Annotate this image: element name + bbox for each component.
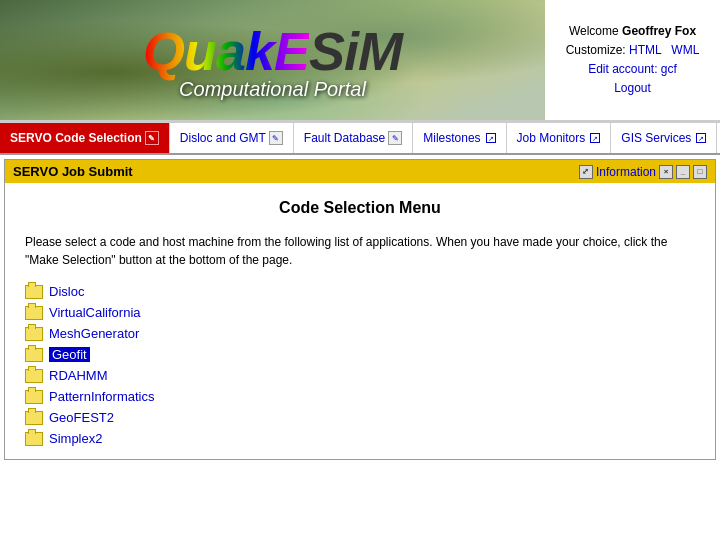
fault-icon: ✎ [388,131,402,145]
code-link-pattern-info[interactable]: PatternInformatics [49,389,155,404]
customize-line: Customize: HTML WML [560,41,705,60]
welcome-prefix: Welcome [569,24,622,38]
nav-label-gis-services: GIS Services [621,131,691,145]
close-icon[interactable]: × [659,165,673,179]
nav-label-disloc-gmt: Disloc and GMT [180,131,266,145]
code-link-mesh-gen[interactable]: MeshGenerator [49,326,139,341]
code-link-virtual-ca[interactable]: VirtualCalifornia [49,305,141,320]
list-item: Simplex2 [25,428,695,449]
ext-window-icon-milestones: ↗ [486,133,496,143]
folder-icon-pattern-info [25,390,43,404]
logout-line: Logout [560,79,705,98]
sidebar-item-gis-services[interactable]: GIS Services ↗ [611,123,717,153]
folder-icon-virtual-ca [25,306,43,320]
code-link-geofest2[interactable]: GeoFEST2 [49,410,114,425]
header: QuakE SiM Computational Portal Welcome G… [0,0,720,123]
pencil-icon: ✎ [145,131,159,145]
portal-text: Computational Portal [179,78,366,101]
menu-description: Please select a code and host machine fr… [25,233,695,269]
nav-label-job-monitors: Job Monitors [517,131,586,145]
content-body: Code Selection Menu Please select a code… [5,183,715,459]
edit-account-link[interactable]: Edit account: gcf [588,62,677,76]
username: Geoffrey Fox [622,24,696,38]
logo-quake-sim: QuakE SiM [143,20,402,82]
edit-account-line: Edit account: gcf [560,60,705,79]
list-item: MeshGenerator [25,323,695,344]
welcome-area: Welcome Geoffrey Fox Customize: HTML WML… [545,12,720,109]
minimize-icon[interactable]: _ [676,165,690,179]
logo-area: QuakE SiM Computational Portal [0,0,545,120]
code-link-simplex2[interactable]: Simplex2 [49,431,102,446]
sidebar-item-servo-code[interactable]: SERVO Code Selection ✎ [0,123,170,153]
ext-window-icon-gis-services: ↗ [696,133,706,143]
maximize-icon[interactable]: □ [693,165,707,179]
sidebar-item-milestones[interactable]: Milestones ↗ [413,123,506,153]
titlebar-right: ⤢ Information × _ □ [579,165,707,179]
logout-link[interactable]: Logout [614,81,651,95]
folder-icon-rdahmm [25,369,43,383]
folder-icon-simplex2 [25,432,43,446]
welcome-line: Welcome Geoffrey Fox [560,22,705,41]
folder-icon-mesh-gen [25,327,43,341]
logo-sim: SiM [309,20,402,82]
content-area: SERVO Job Submit ⤢ Information × _ □ Cod… [4,159,716,460]
sidebar-item-fault-db[interactable]: Fault Database ✎ [294,123,413,153]
list-item: Geofit [25,344,695,365]
code-link-disloc[interactable]: Disloc [49,284,84,299]
code-link-geofit[interactable]: Geofit [49,347,90,362]
nav-label-servo-code: SERVO Code Selection [10,131,142,145]
ext-window-icon-job-monitors: ↗ [590,133,600,143]
folder-icon-geofest2 [25,411,43,425]
list-item: PatternInformatics [25,386,695,407]
list-item: Disloc [25,281,695,302]
nav-label-milestones: Milestones [423,131,480,145]
logo-quake: QuakE [143,20,309,82]
list-item: VirtualCalifornia [25,302,695,323]
information-link[interactable]: Information [596,165,656,179]
navbar: SERVO Code Selection ✎ Disloc and GMT ✎ … [0,123,720,155]
sidebar-item-job-monitors[interactable]: Job Monitors ↗ [507,123,612,153]
code-list: Disloc VirtualCalifornia MeshGenerator G… [25,281,695,449]
disloc-icon: ✎ [269,131,283,145]
folder-icon-geofit [25,348,43,362]
html-link[interactable]: HTML [629,43,661,57]
sidebar-item-disloc-gmt[interactable]: Disloc and GMT ✎ [170,123,294,153]
wml-link[interactable]: WML [671,43,699,57]
code-link-rdahmm[interactable]: RDAHMM [49,368,108,383]
content-titlebar: SERVO Job Submit ⤢ Information × _ □ [5,160,715,183]
menu-title: Code Selection Menu [25,199,695,217]
list-item: RDAHMM [25,365,695,386]
titlebar-title: SERVO Job Submit [13,164,133,179]
resize-icon[interactable]: ⤢ [579,165,593,179]
nav-label-fault-db: Fault Database [304,131,385,145]
list-item: GeoFEST2 [25,407,695,428]
customize-label: Customize: [566,43,626,57]
folder-icon-disloc [25,285,43,299]
